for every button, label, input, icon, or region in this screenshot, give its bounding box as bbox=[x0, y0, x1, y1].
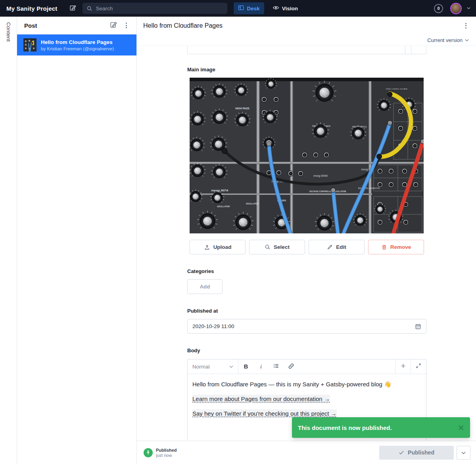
link-button[interactable] bbox=[284, 359, 299, 374]
body-link-twitter[interactable]: Say hey on Twitter if you're checking ou… bbox=[192, 409, 337, 418]
svg-text:FIXED CONTROL VOLTAGE: FIXED CONTROL VOLTAGE bbox=[386, 88, 407, 90]
document-form: Main image bbox=[137, 46, 476, 464]
search-icon bbox=[86, 6, 92, 11]
svg-text:moog 907A: moog 907A bbox=[211, 189, 228, 192]
edit-button[interactable]: Edit bbox=[309, 240, 365, 254]
search-input[interactable] bbox=[96, 6, 223, 11]
eye-icon bbox=[273, 5, 279, 12]
list-item-title: Hello from Cloudflare Pages bbox=[41, 39, 114, 46]
document-header: Hello from Cloudflare Pages bbox=[137, 17, 476, 34]
body-paragraph[interactable]: Hello from Cloudflare Pages — this is my… bbox=[192, 380, 421, 389]
svg-text:HIGH PASS: HIGH PASS bbox=[235, 107, 250, 110]
publish-button[interactable]: Published bbox=[379, 446, 454, 460]
tab-desk[interactable]: Desk bbox=[234, 2, 264, 14]
close-icon[interactable] bbox=[458, 425, 464, 431]
bold-button[interactable]: B bbox=[238, 359, 253, 374]
post-list-header: Post bbox=[17, 17, 136, 34]
tab-desk-label: Desk bbox=[247, 6, 259, 11]
published-at-field bbox=[187, 319, 426, 334]
select-button[interactable]: Select bbox=[249, 240, 305, 254]
main-image-preview[interactable]: HIGH PASS FIXED CONTROL VOLTAGE FREQUENC… bbox=[187, 78, 426, 233]
plus-icon bbox=[400, 363, 406, 370]
svg-text:OSCILLATOR: OSCILLATOR bbox=[217, 205, 230, 208]
published-at-input[interactable] bbox=[192, 323, 412, 329]
project-title: My Sanity Project bbox=[6, 5, 57, 12]
pencil-icon bbox=[327, 244, 333, 250]
editor-toolbar: Normal B i bbox=[188, 359, 426, 374]
published-at-label: Published at bbox=[187, 308, 426, 314]
chevron-down-icon bbox=[467, 6, 470, 10]
compose-icon bbox=[69, 4, 76, 13]
list-item[interactable]: Hello from Cloudflare Pages by Kristian … bbox=[17, 34, 136, 55]
slug-field-cropped[interactable] bbox=[187, 46, 426, 54]
fullscreen-button[interactable] bbox=[411, 359, 426, 374]
version-label: Current version bbox=[427, 37, 463, 43]
italic-button[interactable]: i bbox=[253, 359, 269, 374]
search-input-wrap bbox=[83, 3, 227, 14]
image-actions: Upload Select Edit Remove bbox=[187, 240, 426, 254]
expand-icon bbox=[416, 363, 421, 370]
bullet-list-button[interactable] bbox=[269, 359, 284, 374]
svg-text:OSCILLATOR: OSCILLATOR bbox=[246, 202, 259, 205]
tab-vision-label: Vision bbox=[282, 6, 298, 11]
publish-status-icon bbox=[144, 448, 153, 457]
publish-status-label: Published bbox=[156, 448, 177, 453]
post-list-title: Post bbox=[24, 22, 107, 29]
notification-badge[interactable]: 0 bbox=[434, 4, 443, 13]
list-menu-button[interactable] bbox=[120, 19, 132, 32]
chevron-down-icon bbox=[465, 39, 469, 42]
post-thumbnail bbox=[23, 38, 36, 52]
compose-icon bbox=[110, 21, 117, 30]
upload-button[interactable]: Upload bbox=[190, 240, 246, 254]
add-category-button[interactable]: Add bbox=[187, 279, 223, 294]
insert-block-button[interactable] bbox=[395, 359, 411, 374]
chevron-down-icon bbox=[461, 449, 466, 456]
main-image-label: Main image bbox=[187, 67, 426, 73]
tab-vision[interactable]: Vision bbox=[268, 2, 302, 14]
remove-button[interactable]: Remove bbox=[368, 240, 424, 254]
post-list-pane: Post Hello from Cloudflare Pages by Kris… bbox=[17, 17, 137, 464]
publish-menu-button[interactable] bbox=[457, 446, 470, 460]
body-link-docs[interactable]: Learn more about Pages from our document… bbox=[192, 395, 330, 403]
desk-icon bbox=[238, 5, 244, 12]
bullet-list-icon bbox=[273, 363, 279, 370]
version-selector[interactable]: Current version bbox=[137, 34, 476, 46]
vertical-ellipsis-icon bbox=[465, 23, 466, 29]
content-rail-label[interactable]: Content bbox=[6, 22, 12, 464]
new-document-button[interactable] bbox=[67, 2, 79, 14]
svg-text:moog 904A: moog 904A bbox=[313, 174, 328, 178]
categories-label: Categories bbox=[187, 268, 426, 274]
chevron-down-icon bbox=[229, 365, 233, 368]
publish-toast: This document is now published. bbox=[292, 417, 470, 438]
create-post-button[interactable] bbox=[107, 19, 120, 32]
content-rail: Content bbox=[0, 17, 17, 464]
svg-text:VOLTAGE CONTROLLED OSCILLATOR: VOLTAGE CONTROLLED OSCILLATOR bbox=[309, 190, 346, 193]
document-footer: Published just now Published bbox=[137, 441, 476, 464]
calendar-icon[interactable] bbox=[415, 323, 421, 330]
publish-time: just now bbox=[156, 453, 177, 458]
list-item-subtitle: by Kristian Freeman (@signalnerve) bbox=[41, 46, 114, 51]
magnifier-icon bbox=[265, 244, 271, 250]
check-icon bbox=[399, 450, 404, 455]
upload-icon bbox=[204, 244, 210, 250]
style-select-value: Normal bbox=[192, 364, 210, 370]
vertical-ellipsis-icon bbox=[126, 23, 127, 28]
link-icon bbox=[288, 363, 294, 370]
document-pane: Hello from Cloudflare Pages Current vers… bbox=[137, 17, 476, 464]
document-menu-button[interactable] bbox=[459, 19, 472, 32]
top-bar: My Sanity Project Desk Vision 0 bbox=[0, 0, 476, 17]
document-title: Hello from Cloudflare Pages bbox=[143, 22, 459, 29]
toast-message: This document is now published. bbox=[298, 424, 458, 431]
style-select[interactable]: Normal bbox=[188, 359, 238, 374]
trash-icon bbox=[381, 244, 387, 250]
body-label: Body bbox=[187, 348, 426, 353]
avatar[interactable] bbox=[450, 3, 462, 14]
